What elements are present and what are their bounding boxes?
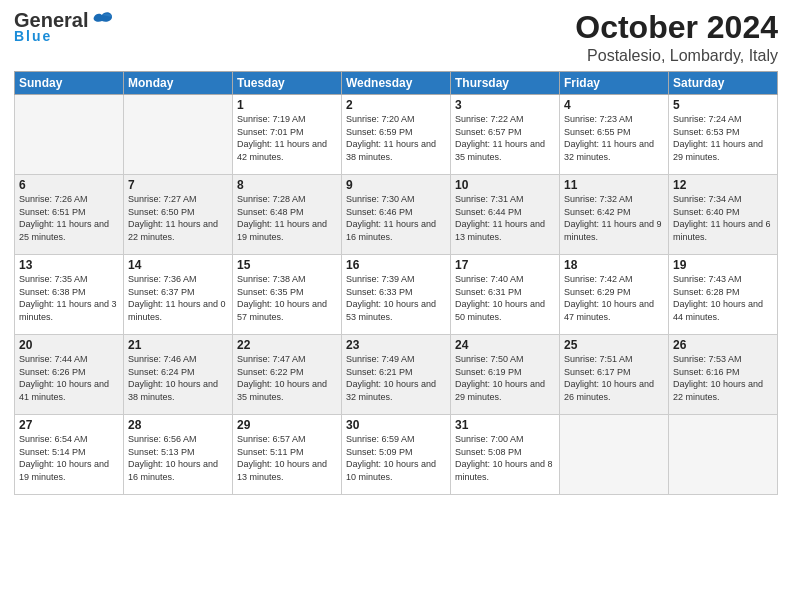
day-number: 18 xyxy=(564,258,664,272)
calendar-cell: 29Sunrise: 6:57 AMSunset: 5:11 PMDayligh… xyxy=(233,415,342,495)
calendar-cell: 31Sunrise: 7:00 AMSunset: 5:08 PMDayligh… xyxy=(451,415,560,495)
calendar-cell: 10Sunrise: 7:31 AMSunset: 6:44 PMDayligh… xyxy=(451,175,560,255)
calendar-cell: 16Sunrise: 7:39 AMSunset: 6:33 PMDayligh… xyxy=(342,255,451,335)
logo-bird-icon xyxy=(92,11,114,29)
calendar-cell: 22Sunrise: 7:47 AMSunset: 6:22 PMDayligh… xyxy=(233,335,342,415)
day-info: Sunrise: 7:31 AMSunset: 6:44 PMDaylight:… xyxy=(455,193,555,243)
day-number: 2 xyxy=(346,98,446,112)
day-info: Sunrise: 7:26 AMSunset: 6:51 PMDaylight:… xyxy=(19,193,119,243)
day-info: Sunrise: 7:38 AMSunset: 6:35 PMDaylight:… xyxy=(237,273,337,323)
day-info: Sunrise: 7:51 AMSunset: 6:17 PMDaylight:… xyxy=(564,353,664,403)
calendar-cell: 4Sunrise: 7:23 AMSunset: 6:55 PMDaylight… xyxy=(560,95,669,175)
calendar-cell: 7Sunrise: 7:27 AMSunset: 6:50 PMDaylight… xyxy=(124,175,233,255)
calendar-cell: 2Sunrise: 7:20 AMSunset: 6:59 PMDaylight… xyxy=(342,95,451,175)
month-title: October 2024 xyxy=(575,10,778,45)
day-info: Sunrise: 7:32 AMSunset: 6:42 PMDaylight:… xyxy=(564,193,664,243)
calendar-cell: 23Sunrise: 7:49 AMSunset: 6:21 PMDayligh… xyxy=(342,335,451,415)
day-info: Sunrise: 7:28 AMSunset: 6:48 PMDaylight:… xyxy=(237,193,337,243)
day-info: Sunrise: 7:39 AMSunset: 6:33 PMDaylight:… xyxy=(346,273,446,323)
day-info: Sunrise: 7:30 AMSunset: 6:46 PMDaylight:… xyxy=(346,193,446,243)
calendar-cell: 5Sunrise: 7:24 AMSunset: 6:53 PMDaylight… xyxy=(669,95,778,175)
day-number: 3 xyxy=(455,98,555,112)
calendar-cell: 1Sunrise: 7:19 AMSunset: 7:01 PMDaylight… xyxy=(233,95,342,175)
day-info: Sunrise: 6:54 AMSunset: 5:14 PMDaylight:… xyxy=(19,433,119,483)
calendar-cell: 28Sunrise: 6:56 AMSunset: 5:13 PMDayligh… xyxy=(124,415,233,495)
day-info: Sunrise: 7:20 AMSunset: 6:59 PMDaylight:… xyxy=(346,113,446,163)
calendar-cell: 3Sunrise: 7:22 AMSunset: 6:57 PMDaylight… xyxy=(451,95,560,175)
day-number: 19 xyxy=(673,258,773,272)
day-number: 16 xyxy=(346,258,446,272)
day-number: 4 xyxy=(564,98,664,112)
day-of-week-header: Monday xyxy=(124,72,233,95)
calendar-cell: 9Sunrise: 7:30 AMSunset: 6:46 PMDaylight… xyxy=(342,175,451,255)
calendar-cell: 20Sunrise: 7:44 AMSunset: 6:26 PMDayligh… xyxy=(15,335,124,415)
day-number: 25 xyxy=(564,338,664,352)
day-info: Sunrise: 7:43 AMSunset: 6:28 PMDaylight:… xyxy=(673,273,773,323)
day-of-week-header: Wednesday xyxy=(342,72,451,95)
day-number: 26 xyxy=(673,338,773,352)
calendar-cell: 26Sunrise: 7:53 AMSunset: 6:16 PMDayligh… xyxy=(669,335,778,415)
day-info: Sunrise: 7:47 AMSunset: 6:22 PMDaylight:… xyxy=(237,353,337,403)
calendar-cell: 21Sunrise: 7:46 AMSunset: 6:24 PMDayligh… xyxy=(124,335,233,415)
calendar-cell: 25Sunrise: 7:51 AMSunset: 6:17 PMDayligh… xyxy=(560,335,669,415)
day-info: Sunrise: 7:53 AMSunset: 6:16 PMDaylight:… xyxy=(673,353,773,403)
calendar-cell: 30Sunrise: 6:59 AMSunset: 5:09 PMDayligh… xyxy=(342,415,451,495)
title-area: October 2024 Postalesio, Lombardy, Italy xyxy=(575,10,778,65)
day-info: Sunrise: 7:23 AMSunset: 6:55 PMDaylight:… xyxy=(564,113,664,163)
day-number: 11 xyxy=(564,178,664,192)
day-number: 13 xyxy=(19,258,119,272)
day-of-week-header: Tuesday xyxy=(233,72,342,95)
day-number: 7 xyxy=(128,178,228,192)
day-info: Sunrise: 7:40 AMSunset: 6:31 PMDaylight:… xyxy=(455,273,555,323)
day-of-week-header: Thursday xyxy=(451,72,560,95)
day-of-week-header: Sunday xyxy=(15,72,124,95)
day-info: Sunrise: 7:50 AMSunset: 6:19 PMDaylight:… xyxy=(455,353,555,403)
day-info: Sunrise: 7:35 AMSunset: 6:38 PMDaylight:… xyxy=(19,273,119,323)
day-info: Sunrise: 7:34 AMSunset: 6:40 PMDaylight:… xyxy=(673,193,773,243)
calendar-cell xyxy=(560,415,669,495)
day-info: Sunrise: 6:57 AMSunset: 5:11 PMDaylight:… xyxy=(237,433,337,483)
day-number: 22 xyxy=(237,338,337,352)
day-info: Sunrise: 7:19 AMSunset: 7:01 PMDaylight:… xyxy=(237,113,337,163)
logo: General Blue xyxy=(14,10,114,44)
header: General Blue October 2024 Postalesio, Lo… xyxy=(14,10,778,65)
day-number: 10 xyxy=(455,178,555,192)
day-number: 14 xyxy=(128,258,228,272)
day-number: 1 xyxy=(237,98,337,112)
day-number: 9 xyxy=(346,178,446,192)
day-info: Sunrise: 7:36 AMSunset: 6:37 PMDaylight:… xyxy=(128,273,228,323)
calendar-cell: 6Sunrise: 7:26 AMSunset: 6:51 PMDaylight… xyxy=(15,175,124,255)
day-number: 15 xyxy=(237,258,337,272)
day-number: 21 xyxy=(128,338,228,352)
day-number: 17 xyxy=(455,258,555,272)
calendar-cell: 27Sunrise: 6:54 AMSunset: 5:14 PMDayligh… xyxy=(15,415,124,495)
calendar-cell: 24Sunrise: 7:50 AMSunset: 6:19 PMDayligh… xyxy=(451,335,560,415)
day-number: 30 xyxy=(346,418,446,432)
logo-blue: Blue xyxy=(14,28,52,44)
calendar-cell: 8Sunrise: 7:28 AMSunset: 6:48 PMDaylight… xyxy=(233,175,342,255)
logo-general: General xyxy=(14,10,88,30)
calendar-table: SundayMondayTuesdayWednesdayThursdayFrid… xyxy=(14,71,778,495)
day-number: 6 xyxy=(19,178,119,192)
day-info: Sunrise: 7:46 AMSunset: 6:24 PMDaylight:… xyxy=(128,353,228,403)
calendar-cell: 13Sunrise: 7:35 AMSunset: 6:38 PMDayligh… xyxy=(15,255,124,335)
day-info: Sunrise: 7:27 AMSunset: 6:50 PMDaylight:… xyxy=(128,193,228,243)
calendar-cell: 17Sunrise: 7:40 AMSunset: 6:31 PMDayligh… xyxy=(451,255,560,335)
day-number: 28 xyxy=(128,418,228,432)
day-number: 27 xyxy=(19,418,119,432)
calendar-cell: 19Sunrise: 7:43 AMSunset: 6:28 PMDayligh… xyxy=(669,255,778,335)
day-of-week-header: Friday xyxy=(560,72,669,95)
day-number: 8 xyxy=(237,178,337,192)
day-info: Sunrise: 7:22 AMSunset: 6:57 PMDaylight:… xyxy=(455,113,555,163)
day-info: Sunrise: 7:44 AMSunset: 6:26 PMDaylight:… xyxy=(19,353,119,403)
day-info: Sunrise: 6:56 AMSunset: 5:13 PMDaylight:… xyxy=(128,433,228,483)
day-number: 29 xyxy=(237,418,337,432)
calendar-cell xyxy=(15,95,124,175)
day-info: Sunrise: 7:00 AMSunset: 5:08 PMDaylight:… xyxy=(455,433,555,483)
day-number: 12 xyxy=(673,178,773,192)
day-info: Sunrise: 6:59 AMSunset: 5:09 PMDaylight:… xyxy=(346,433,446,483)
calendar-cell: 14Sunrise: 7:36 AMSunset: 6:37 PMDayligh… xyxy=(124,255,233,335)
location-title: Postalesio, Lombardy, Italy xyxy=(575,47,778,65)
day-info: Sunrise: 7:49 AMSunset: 6:21 PMDaylight:… xyxy=(346,353,446,403)
day-of-week-header: Saturday xyxy=(669,72,778,95)
